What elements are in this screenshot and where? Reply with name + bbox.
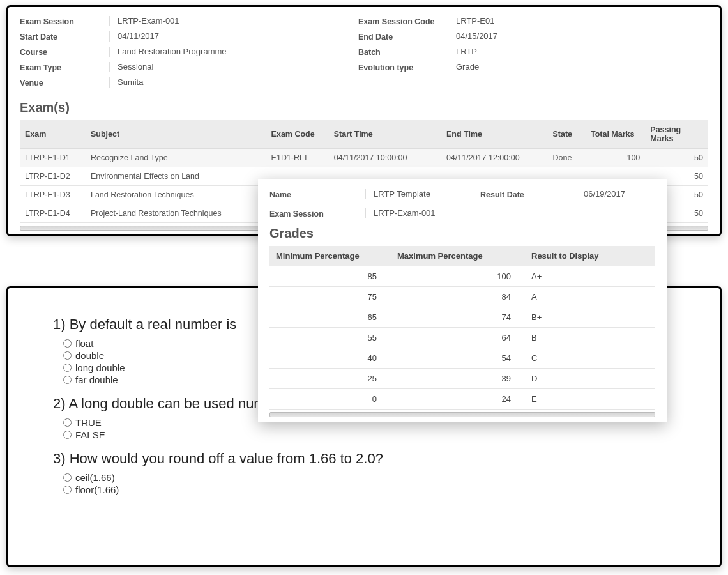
cell-min: 0	[269, 389, 391, 410]
label-start-date: Start Date	[20, 31, 109, 42]
label-course: Course	[20, 47, 109, 57]
label-end-date: End Date	[358, 31, 448, 42]
cell-max: 84	[391, 287, 525, 307]
label-name: Name	[269, 189, 365, 199]
col-max: Maximum Percentage	[391, 246, 525, 266]
radio-input[interactable]	[63, 376, 72, 384]
value-evolution-type: Grade	[448, 62, 639, 72]
col-start-time: Start Time	[329, 120, 441, 149]
cell-min: 55	[269, 328, 391, 348]
col-min: Minimum Percentage	[269, 246, 391, 266]
cell-min: 65	[269, 307, 391, 328]
col-exam: Exam	[20, 120, 86, 149]
cell-max: 100	[391, 266, 525, 287]
cell-min: 25	[269, 369, 391, 389]
cell-result: C	[525, 348, 655, 369]
option-label: floor(1.66)	[75, 484, 119, 495]
radio-input[interactable]	[63, 473, 72, 482]
radio-input[interactable]	[63, 364, 72, 372]
grades-popup: Name LRTP Template Result Date 06/19/201…	[258, 179, 667, 422]
table-row[interactable]: 4054C	[269, 348, 655, 369]
option-label: long double	[75, 362, 125, 373]
cell-min: 75	[269, 287, 391, 307]
grades-table: Minimum Percentage Maximum Percentage Re…	[269, 246, 655, 410]
table-row[interactable]: 5564B	[269, 328, 655, 348]
grades-title: Grades	[269, 226, 655, 241]
cell-result: B+	[525, 307, 655, 328]
cell-max: 24	[391, 389, 525, 410]
option-label: double	[75, 350, 104, 361]
cell-max: 54	[391, 348, 525, 369]
cell-result: A	[525, 287, 655, 307]
option-label: ceil(1.66)	[75, 472, 115, 483]
cell-subject: Project-Land Restoration Techniques	[86, 204, 266, 223]
cell-subject: Land Restoration Techniques	[86, 186, 266, 204]
col-state: State	[547, 120, 585, 149]
value-venue: Sumita	[109, 77, 358, 88]
quiz-option[interactable]: floor(1.66)	[63, 484, 681, 495]
value-name: LRTP Template	[365, 189, 480, 199]
value-start-date: 04/11/2017	[109, 31, 358, 42]
grades-header-row: Minimum Percentage Maximum Percentage Re…	[269, 246, 655, 266]
value-end-date: 04/15/2017	[448, 31, 639, 42]
table-row[interactable]: 7584A	[269, 287, 655, 307]
table-row[interactable]: 6574B+	[269, 307, 655, 328]
option-label: float	[75, 338, 93, 349]
label-evolution-type: Evolution type	[358, 62, 448, 72]
table-row[interactable]: 85100A+	[269, 266, 655, 287]
cell-result: D	[525, 369, 655, 389]
table-row[interactable]: 024E	[269, 389, 655, 410]
quiz-option[interactable]: ceil(1.66)	[63, 472, 681, 483]
cell-max: 74	[391, 307, 525, 328]
cell-max: 64	[391, 328, 525, 348]
cell-state: Done	[547, 149, 585, 167]
value-exam-session: LRTP-Exam-001	[109, 16, 358, 26]
value-exam-session-g: LRTP-Exam-001	[365, 208, 480, 218]
col-result: Result to Display	[525, 246, 655, 266]
value-result-date: 06/19/2017	[576, 189, 653, 199]
cell-result: B	[525, 328, 655, 348]
cell-exam: LTRP-E1-D3	[20, 186, 86, 204]
cell-exam_code: E1D1-RLT	[266, 149, 329, 167]
quiz-option[interactable]: FALSE	[63, 429, 681, 440]
label-exam-session-code: Exam Session Code	[358, 16, 448, 26]
label-result-date: Result Date	[480, 189, 576, 199]
radio-input[interactable]	[63, 339, 72, 348]
table-row[interactable]: LTRP-E1-D1Recognize Land TypeE1D1-RLT04/…	[20, 149, 708, 167]
cell-exam: LTRP-E1-D2	[20, 167, 86, 186]
col-end-time: End Time	[441, 120, 548, 149]
grades-header-fields: Name LRTP Template Result Date 06/19/201…	[269, 189, 655, 218]
exams-title: Exam(s)	[20, 100, 708, 115]
option-label: far double	[75, 374, 118, 385]
value-exam-type: Sessional	[109, 62, 358, 72]
radio-input[interactable]	[63, 486, 72, 494]
radio-input[interactable]	[63, 351, 72, 360]
radio-input[interactable]	[63, 431, 72, 439]
col-passing-marks: Passing Marks	[645, 120, 708, 149]
grades-scrollbar[interactable]	[269, 412, 655, 417]
cell-total_marks: 100	[586, 149, 645, 167]
option-label: TRUE	[75, 417, 102, 428]
radio-input[interactable]	[63, 418, 72, 427]
value-exam-session-code: LRTP-E01	[448, 16, 639, 26]
cell-min: 85	[269, 266, 391, 287]
cell-result: E	[525, 389, 655, 410]
cell-end_time: 04/11/2017 12:00:00	[441, 149, 548, 167]
label-exam-session: Exam Session	[20, 16, 109, 26]
cell-exam: LTRP-E1-D1	[20, 149, 86, 167]
cell-exam: LTRP-E1-D4	[20, 204, 86, 223]
cell-subject: Environmental Effects on Land	[86, 167, 266, 186]
table-row[interactable]: 2539D	[269, 369, 655, 389]
label-exam-type: Exam Type	[20, 62, 109, 72]
value-course: Land Restoration Programme	[109, 47, 358, 57]
exams-header-row: Exam Subject Exam Code Start Time End Ti…	[20, 120, 708, 149]
cell-min: 40	[269, 348, 391, 369]
label-batch: Batch	[358, 47, 448, 57]
value-batch: LRTP	[448, 47, 639, 57]
question-text: 3) How would you round off a value from …	[53, 450, 681, 467]
col-subject: Subject	[86, 120, 266, 149]
col-total-marks: Total Marks	[586, 120, 645, 149]
cell-max: 39	[391, 369, 525, 389]
option-label: FALSE	[75, 429, 105, 440]
col-exam-code: Exam Code	[266, 120, 329, 149]
